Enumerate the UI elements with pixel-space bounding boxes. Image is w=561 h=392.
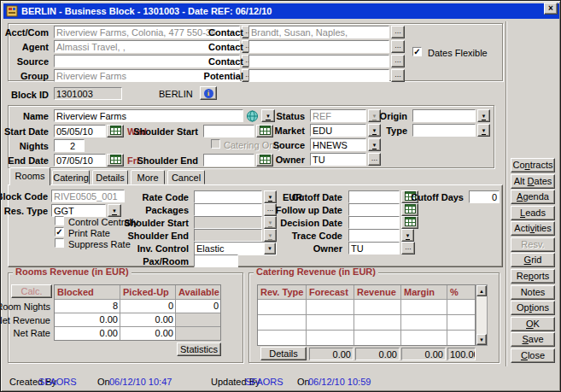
decision-date-field[interactable]	[348, 216, 400, 229]
shoulder-start-field[interactable]	[203, 125, 254, 137]
catering-row-cell[interactable]	[258, 300, 306, 314]
packages-lookup-button[interactable]: ...	[264, 203, 277, 216]
booking-source-dropdown-button[interactable]: ▼	[368, 138, 381, 151]
rate-code-dropdown-button[interactable]: ▼	[264, 190, 277, 203]
property-info-button[interactable]: i	[200, 86, 217, 100]
rooms-owner-field[interactable]: TU	[348, 242, 400, 255]
catering-row-cell[interactable]	[401, 331, 447, 345]
contact1-lookup-button[interactable]: ...	[391, 26, 405, 38]
contact2-lookup-button[interactable]: ...	[391, 40, 405, 53]
catering-row-cell[interactable]	[307, 300, 354, 314]
name-field[interactable]: Riverview Farms	[54, 109, 243, 122]
catering-row-cell[interactable]	[354, 300, 400, 314]
catering-revenue-title: Catering Revenue (in EUR)	[254, 266, 378, 277]
type-field[interactable]	[412, 124, 476, 137]
type-dropdown-button[interactable]: ▼	[477, 124, 490, 137]
rooms-owner-lookup-button[interactable]: ...	[401, 242, 415, 255]
decision-date-calendar-button[interactable]	[401, 216, 418, 229]
follow-up-date-calendar-button[interactable]	[401, 203, 418, 216]
sidebar-button-contracts[interactable]: Contracts	[511, 158, 555, 173]
inv-control-label: Inv. Control	[137, 243, 189, 254]
suppress-rate-checkbox[interactable]	[55, 238, 64, 248]
catering-row-cell[interactable]	[447, 315, 475, 330]
start-date-calendar-button[interactable]	[107, 125, 124, 137]
origin-field[interactable]	[412, 109, 476, 122]
sidebar-button-close[interactable]: Close	[511, 348, 555, 363]
tab-details[interactable]: Details	[92, 170, 128, 184]
market-dropdown-button[interactable]: ▼	[368, 124, 381, 137]
tab-cancel[interactable]: Cancel	[167, 170, 205, 184]
res-type-dropdown-button[interactable]: ▼	[108, 204, 121, 217]
catering-row-cell[interactable]	[401, 315, 447, 330]
market-field[interactable]: EDU	[310, 124, 366, 137]
owner-lookup-button[interactable]: ...	[368, 153, 381, 166]
catering-row-cell[interactable]	[307, 315, 354, 330]
sidebar-button-alt-dates[interactable]: Alt Dates	[511, 174, 555, 189]
owner-field[interactable]: TU	[310, 153, 366, 166]
catering-row-cell[interactable]	[258, 315, 306, 330]
sidebar-button-notes[interactable]: Notes	[511, 285, 555, 300]
start-date-field[interactable]: 05/05/10	[54, 125, 106, 137]
pax-room-field[interactable]	[194, 255, 238, 267]
contact3-field[interactable]	[248, 55, 389, 67]
sidebar-button-grid[interactable]: Grid	[511, 253, 555, 267]
catering-row-cell[interactable]	[447, 331, 475, 345]
column-header: Forecast	[307, 285, 354, 299]
control-centrally-checkbox[interactable]	[55, 216, 64, 225]
market-label: Market	[275, 126, 305, 136]
close-icon[interactable]: ×	[544, 3, 558, 15]
print-rate-checkbox[interactable]: ✓	[55, 227, 64, 237]
scroll-down-icon[interactable]: ▼	[476, 334, 487, 345]
combo-arrow-icon[interactable]: ▼	[264, 243, 276, 255]
sidebar-button-leads[interactable]: Leads	[511, 206, 555, 220]
catering-row-cell[interactable]	[258, 331, 306, 345]
trace-code-field[interactable]	[348, 229, 400, 242]
potential-field[interactable]	[248, 69, 389, 82]
trace-code-dropdown-button[interactable]: ▼	[401, 229, 414, 242]
sidebar-button-save[interactable]: Save	[511, 332, 555, 347]
sidebar-button-reports[interactable]: Reports	[511, 269, 555, 284]
tab-rooms[interactable]: Rooms	[9, 167, 50, 185]
cutoff-days-field[interactable]: 0	[469, 190, 500, 203]
sidebar-button-activities[interactable]: Activities	[511, 221, 555, 236]
catering-scrollbar[interactable]: ▲ ▼	[476, 284, 488, 346]
catering-row-cell[interactable]	[447, 300, 475, 314]
sidebar-button-agenda[interactable]: Agenda	[511, 190, 555, 204]
scroll-up-icon[interactable]: ▲	[476, 285, 487, 296]
booking-source-field[interactable]: HNEWS	[310, 138, 366, 151]
nights-field[interactable]: 2	[54, 139, 85, 152]
contact2-field[interactable]	[248, 40, 389, 53]
dates-flexible-checkbox[interactable]: ✓	[412, 47, 422, 56]
statistics-button[interactable]: Statistics	[177, 342, 221, 356]
shoulder-end-field[interactable]	[203, 154, 254, 167]
net-rate-picked: 0.00	[120, 327, 175, 340]
catering-row-cell[interactable]	[307, 331, 354, 345]
details-button[interactable]: Details	[260, 347, 307, 360]
sidebar-button-ok[interactable]: OK	[511, 317, 555, 331]
potential-lookup-button[interactable]: ...	[391, 69, 405, 82]
tab-catering[interactable]: Catering	[52, 170, 90, 184]
shoulder-start-calendar-button[interactable]	[256, 125, 273, 137]
origin-dropdown-button[interactable]: ▼	[477, 109, 490, 122]
rate-code-field[interactable]	[194, 190, 262, 203]
res-type-field[interactable]: GGT	[51, 204, 106, 217]
sidebar-button-options[interactable]: Options	[511, 301, 555, 315]
follow-up-date-field[interactable]	[348, 203, 400, 216]
title-bar[interactable]: BERLIN - Business Block - 1301003 - Date…	[3, 3, 559, 19]
catering-row-cell[interactable]	[354, 315, 400, 330]
end-date-calendar-button[interactable]	[107, 154, 124, 167]
packages-field[interactable]	[194, 203, 262, 216]
tab-more[interactable]: More	[131, 170, 165, 184]
column-header: Rev. Type	[258, 285, 306, 299]
globe-icon[interactable]	[246, 110, 259, 122]
end-date-field[interactable]: 07/05/10	[54, 154, 106, 167]
name-label: Name	[23, 111, 49, 121]
name-dropdown-button[interactable]: ▼	[261, 109, 275, 122]
contact3-lookup-button[interactable]: ...	[391, 55, 405, 67]
shoulder-end-calendar-button[interactable]	[256, 154, 273, 167]
decision-date-label: Decision Date	[280, 218, 342, 228]
cutoff-date-field[interactable]	[348, 190, 400, 203]
inv-control-combobox[interactable]: Elastic ▼	[194, 242, 277, 255]
catering-row-cell[interactable]	[401, 300, 447, 314]
catering-row-cell[interactable]	[354, 331, 400, 345]
